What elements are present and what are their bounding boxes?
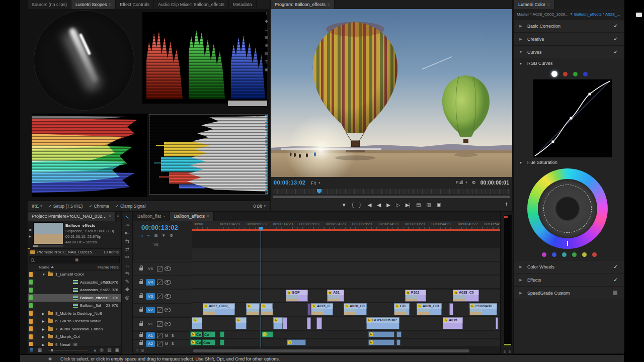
- checkbox-clamp-signal[interactable]: ✓Clamp Signal: [115, 204, 146, 209]
- sync-lock-icon[interactable]: [157, 341, 163, 346]
- track-badge-v5[interactable]: V5: [146, 265, 155, 272]
- rgb-curve-editor[interactable]: [533, 79, 612, 157]
- new-item-icon[interactable]: ▣: [115, 347, 119, 352]
- zoom-tool[interactable]: ◎: [125, 295, 130, 300]
- timeline-clip-co[interactable]: fxCo: [190, 331, 202, 337]
- program-scrollbar[interactable]: [273, 196, 510, 198]
- timeline-clip-a01[interactable]: fxA01: [327, 290, 344, 302]
- hue-saturation-wheel[interactable]: [527, 168, 608, 249]
- list-view-icon[interactable]: ≣: [30, 347, 34, 352]
- mute-button[interactable]: M: [165, 334, 169, 337]
- search-in-bin-icon[interactable]: ▦: [75, 258, 78, 262]
- track-badge-a1[interactable]: A1: [146, 332, 155, 339]
- project-item-1-lumetri-color[interactable]: ▼1_Lumetri Color: [28, 270, 121, 279]
- track-visibility-eye-icon[interactable]: [165, 294, 171, 299]
- lock-icon[interactable]: [139, 281, 143, 284]
- timeline-clip-gopr0095-mp[interactable]: fxGOPR0095.MP: [366, 317, 399, 329]
- new-bin-icon[interactable]: ▤: [107, 347, 112, 352]
- chevron-right-icon[interactable]: ▶: [42, 319, 45, 323]
- pen-tool[interactable]: ✎: [125, 279, 129, 284]
- chevron-right-icon[interactable]: ▶: [42, 335, 45, 338]
- add-marker-button[interactable]: ▼: [342, 202, 347, 208]
- timeline-clip-a015[interactable]: fxA015: [443, 317, 463, 329]
- label-chip-orange[interactable]: [29, 326, 33, 331]
- sequence-clip-label[interactable]: Balloon_effects * A028_...: [574, 12, 620, 17]
- tab-project[interactable]: Project: PremiereProCC_NAB_032615≡: [28, 212, 116, 221]
- checkbox-checked[interactable]: ✓: [614, 36, 618, 42]
- track-visibility-eye-icon[interactable]: [165, 266, 171, 271]
- project-search-input[interactable]: ▦: [29, 256, 120, 263]
- sync-lock-icon[interactable]: [157, 333, 163, 338]
- slide-tool[interactable]: ⇋: [125, 270, 129, 276]
- lumetri-section-color-wheels[interactable]: ▶Color Wheels✓: [514, 260, 624, 273]
- hue-preset-5[interactable]: [592, 252, 597, 257]
- project-item-8-morph-cut[interactable]: ▶8_Morph_Cut: [28, 333, 121, 341]
- track-header-v4[interactable]: V4: [133, 276, 192, 289]
- lumetri-section-curves[interactable]: ▼Curves✓: [514, 45, 624, 58]
- lock-icon[interactable]: [139, 342, 143, 345]
- timeline-scrollbar[interactable]: [193, 349, 469, 352]
- project-item-assassins-flat[interactable]: Assassins_flat23.976: [28, 286, 121, 294]
- sync-lock-icon[interactable]: [157, 321, 163, 327]
- solo-button[interactable]: S: [171, 334, 175, 337]
- hue-preset-2[interactable]: [562, 252, 567, 257]
- timeline-clip-a027-c002[interactable]: fxA027_C002_: [203, 303, 235, 315]
- go-to-out-button[interactable]: ▶|: [406, 202, 411, 208]
- label-chip-orange[interactable]: [29, 334, 33, 339]
- slip-tool[interactable]: ↔: [125, 262, 130, 268]
- checkbox-checked[interactable]: ✓: [614, 277, 618, 283]
- extract-button[interactable]: ▥: [426, 202, 431, 208]
- track-header-v1[interactable]: V1: [133, 317, 192, 330]
- label-chip-orange[interactable]: [29, 319, 33, 324]
- sync-lock-icon[interactable]: [157, 294, 163, 299]
- scope-strip-icon-1[interactable]: ✚: [265, 19, 268, 24]
- label-chip-green[interactable]: [29, 295, 33, 300]
- track-header-v3[interactable]: V3: [133, 290, 192, 303]
- timeline-clip[interactable]: fx: [262, 331, 273, 337]
- label-chip-orange[interactable]: [29, 311, 33, 316]
- timeline-ruler[interactable]: 00:0000:00:04:2300:00:09:2300:00:14:2300…: [192, 221, 500, 231]
- tab-audio-clip-mixer-balloon-effects[interactable]: Audio Clip Mixer: Balloon_effects: [154, 0, 229, 9]
- selection-tool[interactable]: ↖: [125, 214, 129, 220]
- label-chip-green[interactable]: [29, 280, 33, 285]
- program-timecode[interactable]: 00:00:13:02: [274, 179, 305, 186]
- timeline-clip[interactable]: fx: [273, 317, 283, 329]
- step-back-button[interactable]: ◀: [377, 202, 381, 208]
- timeline-clip-p1020430[interactable]: fxP1020430.: [469, 303, 497, 315]
- playback-resolution-dropdown[interactable]: Full▾: [456, 180, 467, 185]
- timeline-clip[interactable]: [307, 317, 311, 329]
- find-icon[interactable]: ◎: [100, 347, 104, 352]
- rolling-edit-tool[interactable]: ⇆: [125, 238, 129, 244]
- label-chip-green[interactable]: [29, 303, 33, 308]
- thumbnail-size-slider[interactable]: [48, 350, 88, 350]
- tab-program[interactable]: Program: Balloon_effects≡: [271, 0, 335, 9]
- track-badge-v3[interactable]: V3: [146, 293, 155, 300]
- export-frame-button[interactable]: ▣: [437, 202, 441, 208]
- mute-button[interactable]: M: [165, 342, 169, 345]
- track-badge-v1[interactable]: V1: [146, 321, 155, 327]
- close-icon[interactable]: ×: [163, 214, 166, 219]
- program-playhead[interactable]: [317, 189, 321, 194]
- panel-menu-icon[interactable]: ≡: [328, 3, 330, 7]
- curve-channel-green[interactable]: [573, 72, 578, 76]
- lumetri-section-creative[interactable]: ▶Creative✓: [514, 32, 624, 45]
- preview-scrubber[interactable]: [33, 245, 63, 247]
- program-seek-bar[interactable]: [273, 189, 510, 194]
- panel-menu-icon[interactable]: ≡: [207, 214, 209, 219]
- razor-tool[interactable]: ✂: [125, 254, 129, 260]
- timeline-clip-co[interactable]: fxCo: [190, 339, 201, 345]
- track-badge-v2[interactable]: V2: [146, 307, 155, 313]
- timeline-clip[interactable]: [396, 331, 401, 337]
- sync-lock-icon[interactable]: [157, 280, 163, 285]
- track-badge-a2[interactable]: A2: [146, 340, 155, 347]
- label-chip-green[interactable]: [29, 288, 33, 293]
- hue-preset-1[interactable]: [552, 252, 556, 257]
- track-badge-v4[interactable]: V4: [146, 279, 155, 286]
- mark-out-button[interactable]: }: [359, 202, 361, 208]
- timeline-clip[interactable]: [396, 339, 400, 345]
- project-item-6-gopro-cineform-workfl[interactable]: ▶6_GoPro Cineform Workfl: [28, 317, 121, 325]
- timeline-clip[interactable]: [220, 331, 224, 337]
- automate-to-sequence-icon[interactable]: ▴: [94, 347, 97, 352]
- timeline-footer-icons[interactable]: ≡⊞: [136, 348, 146, 353]
- tab-effect-controls[interactable]: Effect Controls: [116, 0, 154, 9]
